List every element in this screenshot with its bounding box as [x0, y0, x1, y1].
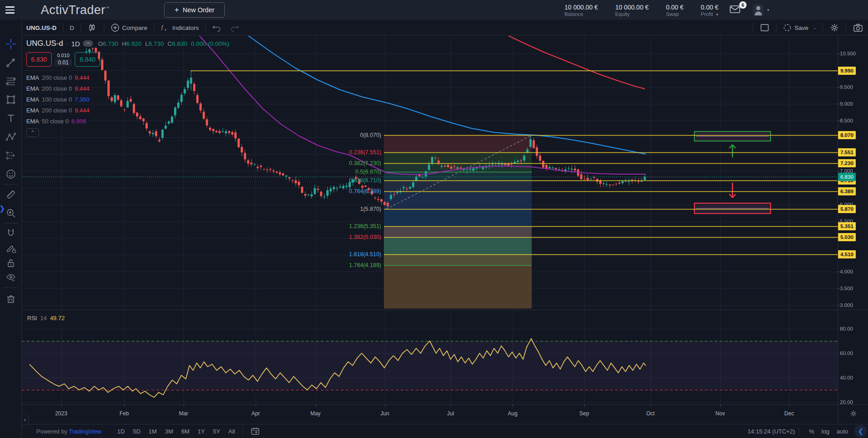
- fib-level-label: 1.236(5.351): [0, 223, 381, 229]
- magnet-tool[interactable]: [5, 227, 17, 239]
- pattern-tool[interactable]: [5, 131, 17, 143]
- timeframe-all[interactable]: All: [224, 427, 239, 436]
- fib-level-label: 1.382(5.030): [0, 234, 381, 240]
- indicator-row[interactable]: EMA100 close 07.350: [26, 94, 229, 105]
- goto-date-button[interactable]: [247, 426, 264, 437]
- timeframe-3m[interactable]: 3M: [161, 427, 177, 436]
- emoji-tool[interactable]: [5, 168, 17, 180]
- price-tick: 9.000: [840, 100, 853, 108]
- rsi-tick: 20.00: [840, 399, 853, 406]
- svg-text:x: x: [165, 28, 166, 32]
- chart-settings-button[interactable]: [825, 20, 844, 35]
- timeframe-5d[interactable]: 5D: [129, 427, 145, 436]
- indicator-row[interactable]: EMA200 close 09.444: [26, 72, 229, 83]
- tradingview-link[interactable]: TradingView: [69, 428, 102, 435]
- time-label-jul: Jul: [447, 410, 454, 417]
- crosshair-tool[interactable]: [5, 38, 17, 50]
- account-equity: 10 000.00 €Equity: [615, 4, 649, 17]
- gear-icon: [849, 409, 858, 418]
- time-label-apr: Apr: [252, 410, 260, 417]
- symbol-search-button[interactable]: UNG.US-D: [22, 20, 61, 35]
- interval-button[interactable]: D: [65, 20, 79, 35]
- timeframe-6m[interactable]: 6M: [177, 427, 194, 436]
- spread-display: 0.010 0.01: [54, 53, 72, 66]
- drawing-lock-tool[interactable]: [5, 242, 17, 254]
- compare-button[interactable]: Compare: [106, 20, 152, 35]
- remove-drawings-tool[interactable]: [5, 292, 17, 305]
- fib-retracement-tool[interactable]: [5, 75, 17, 88]
- level-price-label: 6.389: [838, 187, 856, 195]
- forecast-icon: [5, 150, 17, 161]
- level-price-label: 5.351: [838, 222, 856, 230]
- forecast-tool[interactable]: [5, 149, 17, 162]
- measure-tool[interactable]: [5, 188, 17, 201]
- indicator-row[interactable]: EMA50 close 06.906: [26, 116, 229, 127]
- indicators-button[interactable]: f x Indicators: [156, 20, 204, 35]
- magnet-icon: [5, 227, 17, 239]
- layout-button[interactable]: [755, 20, 774, 35]
- scale-%[interactable]: %: [805, 427, 818, 436]
- time-label-mar: Mar: [179, 410, 189, 417]
- timeframe-5y[interactable]: 5Y: [209, 427, 224, 436]
- fib-level-label: 1(5.870): [0, 206, 381, 212]
- mail-badge: 6: [739, 1, 747, 9]
- time-label-nov: Nov: [715, 410, 725, 417]
- cloud-save-icon: [783, 23, 792, 32]
- xabcd-pattern-icon: [5, 131, 17, 143]
- price-tick: 10.500: [840, 50, 856, 58]
- rsi-tick: 80.00: [840, 325, 853, 333]
- text-icon: [5, 112, 17, 124]
- ohlc-item: H6.920: [122, 40, 142, 47]
- app-logo: ActivTrader™: [41, 3, 110, 17]
- fib-level-label: 0.618(6.710): [0, 177, 381, 184]
- mail-button[interactable]: 6: [729, 4, 745, 17]
- timeframe-1y[interactable]: 1Y: [194, 427, 209, 436]
- fib-level-label: 0.5(6.970): [0, 169, 381, 175]
- level-price-label: 5.030: [838, 233, 856, 241]
- hide-drawings-tool[interactable]: [5, 271, 17, 284]
- chart-style-button[interactable]: [83, 20, 102, 35]
- clock[interactable]: 14:15:24 (UTC+2): [747, 428, 795, 435]
- time-axis-settings-button[interactable]: [849, 409, 858, 418]
- indicator-row[interactable]: EMA200 close 09.444: [26, 83, 229, 94]
- snapshot-button[interactable]: [848, 20, 868, 35]
- indicator-row[interactable]: EMA200 close 09.444: [26, 105, 229, 116]
- scale-auto[interactable]: auto: [833, 427, 852, 436]
- chevron-down-icon: ▾: [716, 12, 718, 17]
- legend-symbol[interactable]: UNG.US-d: [26, 39, 63, 48]
- expand-watchlist-chevron[interactable]: ❯: [0, 204, 5, 213]
- timeframe-1d[interactable]: 1D: [113, 427, 129, 436]
- indicator-legend-rows: EMA200 close 09.444EMA200 close 09.444EM…: [26, 72, 229, 127]
- trend-line-tool[interactable]: [5, 56, 17, 69]
- text-tool[interactable]: [5, 112, 17, 125]
- scale-log[interactable]: log: [818, 427, 833, 436]
- new-order-button[interactable]: + New Order: [164, 2, 225, 18]
- svg-text:f: f: [161, 24, 164, 30]
- shapes-tool[interactable]: [5, 93, 17, 106]
- hamburger-menu-icon[interactable]: [0, 6, 21, 14]
- rsi-legend[interactable]: RSI 14 49.72: [27, 315, 65, 321]
- account-menu-button[interactable]: ▾: [752, 3, 769, 17]
- time-label-oct: Oct: [646, 410, 655, 417]
- buy-price-button[interactable]: 6.840: [75, 52, 100, 67]
- eye-icon: [5, 272, 17, 283]
- app-header: ActivTrader™ + New Order 10 000.00 €Bala…: [0, 0, 868, 20]
- lock-all-drawings-tool[interactable]: [5, 257, 17, 269]
- zoom-in-tool[interactable]: [5, 207, 17, 219]
- save-button[interactable]: Save ⌄: [778, 20, 821, 35]
- account-profit[interactable]: 0.00 €Profit ▾: [701, 4, 718, 17]
- bottom-panel-tab[interactable]: ‹: [22, 414, 29, 425]
- redo-button[interactable]: [226, 20, 244, 35]
- legend-interval[interactable]: 1D: [71, 40, 80, 48]
- price-tick: 8.500: [840, 117, 853, 125]
- timeframe-1m[interactable]: 1M: [145, 427, 161, 436]
- fx-icon: f x: [160, 23, 170, 32]
- lock-icon: [5, 257, 17, 269]
- sell-price-button[interactable]: 6.830: [26, 52, 52, 67]
- smiley-icon: [5, 168, 17, 180]
- legend-collapse-pill[interactable]: −: [83, 40, 93, 47]
- trend-line-icon: [5, 57, 17, 68]
- collapse-panel-button[interactable]: ❮: [854, 425, 867, 438]
- undo-button[interactable]: [208, 20, 226, 35]
- legend-collapse-button[interactable]: ⌃: [26, 128, 39, 137]
